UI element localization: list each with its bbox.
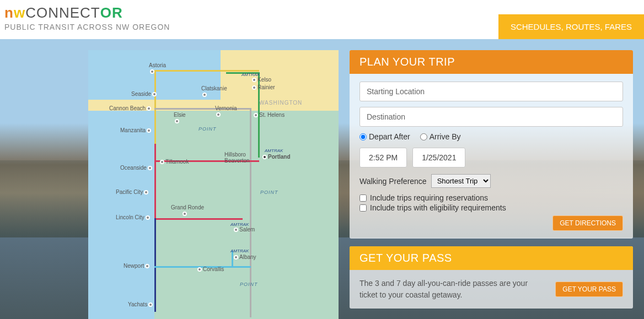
map-city-rainier: Rainier (251, 84, 275, 90)
map-city-yachats: Yachats (128, 301, 154, 307)
map-city-st-helens: St. Helens (253, 112, 285, 118)
map-region-label: WASHINGTON (259, 100, 302, 106)
include-reservations-checkbox[interactable] (359, 194, 367, 202)
depart-after-radio[interactable]: Depart After (359, 132, 410, 141)
map-city-salem: Salem (233, 226, 255, 233)
get-pass-text: The 3 and 7 day all-you-can-ride passes … (359, 278, 544, 301)
header: nwCONNECTOR PUBLIC TRANSIT ACROSS NW ORE… (0, 0, 644, 39)
map-city-tillamook: Tillamook (159, 159, 189, 165)
map-city-newport: Newport (124, 263, 151, 269)
include-eligibility-label: Include trips with eligibility requireme… (370, 203, 506, 212)
get-directions-button[interactable]: GET DIRECTIONS (552, 215, 623, 231)
arrive-by-radio[interactable]: Arrive By (420, 132, 461, 141)
walking-preference-select[interactable]: Shortest Trip (431, 174, 491, 188)
map-point-label: POINT (198, 126, 217, 132)
map-city-vernonia: Vernonia (215, 105, 237, 117)
map-city-kelso: Kelso (251, 77, 271, 83)
walking-preference-label: Walking Preference (359, 177, 427, 186)
map-city-astoria: Astoria (149, 62, 166, 74)
get-your-pass-button[interactable]: GET YOUR PASS (555, 282, 623, 297)
date-input[interactable]: 1/25/2021 (412, 148, 465, 167)
map-point-label: POINT (260, 190, 278, 195)
map-city-portland: Portland (261, 154, 291, 160)
get-pass-title: GET YOUR PASS (350, 246, 633, 270)
map-amtrak-label: AMTRAK (242, 72, 260, 77)
schedules-routes-fares-button[interactable]: SCHEDULES, ROUTES, FARES (498, 14, 644, 39)
map-city-clatskanie: Clatskanie (201, 85, 227, 98)
map-city-grand-ronde: Grand Ronde (171, 204, 198, 217)
time-input[interactable]: 2:52 PM (359, 148, 407, 167)
plan-trip-panel: PLAN YOUR TRIP Depart After Arrive By 2:… (350, 50, 633, 239)
map-city-hillsboro: Hillsboro (224, 152, 246, 158)
map-city-cannon-beach: Cannon Beach (109, 105, 152, 111)
get-pass-panel: GET YOUR PASS The 3 and 7 day all-you-ca… (350, 246, 633, 309)
map-city-lincoln-city: Lincoln City (116, 214, 151, 220)
map-city-manzanita: Manzanita (120, 127, 152, 133)
starting-location-input[interactable] (359, 82, 623, 101)
map-city-beaverton: Beaverton (224, 158, 250, 164)
include-eligibility-checkbox[interactable] (359, 204, 367, 212)
hero-section: WASHINGTON Astoria Kelso Rainier Clatska… (0, 39, 644, 319)
map-city-elsie: Elsie (174, 112, 186, 124)
map-amtrak-label: AMTRAK (265, 148, 283, 153)
map-city-seaside: Seaside (131, 91, 158, 97)
include-reservations-label: Include trips requiring reservations (370, 193, 488, 202)
map-city-pacific-city: Pacific City (116, 189, 149, 195)
map-city-albany: Albany (233, 254, 256, 260)
map-point-label: POINT (240, 282, 258, 287)
map-city-corvallis: Corvallis (196, 266, 224, 272)
transit-map[interactable]: WASHINGTON Astoria Kelso Rainier Clatska… (88, 50, 339, 319)
destination-input[interactable] (359, 107, 623, 127)
map-amtrak-label: AMTRAK (230, 248, 249, 253)
plan-trip-title: PLAN YOUR TRIP (350, 50, 633, 74)
map-amtrak-label: AMTRAK (230, 222, 249, 227)
map-city-oceanside: Oceanside (120, 165, 153, 171)
